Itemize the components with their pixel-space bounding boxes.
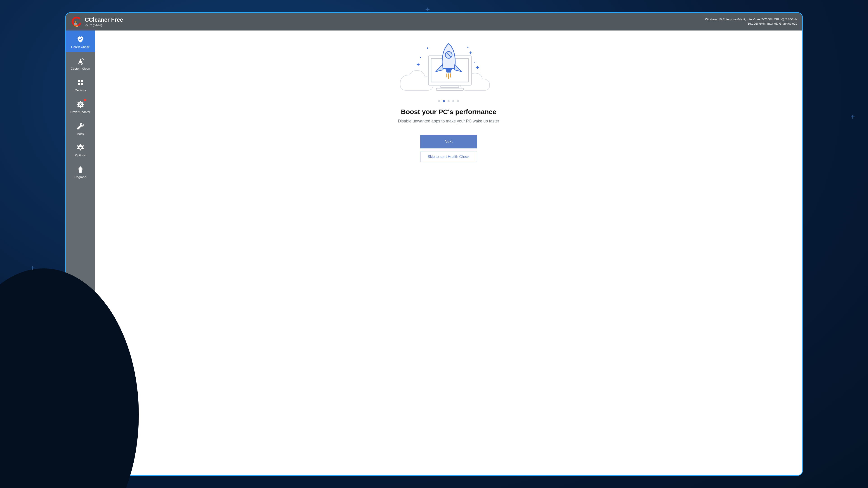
sidebar-item-driver-updater[interactable]: Driver Updater <box>66 96 95 117</box>
pager-dot[interactable] <box>438 100 440 102</box>
svg-point-12 <box>82 58 83 59</box>
sidebar-item-upgrade[interactable]: Upgrade <box>66 161 95 182</box>
svg-point-40 <box>474 62 475 63</box>
system-info-line: Windows 10 Enterprise 64-bit, Intel Core… <box>705 18 797 22</box>
title-bar: CCleaner Free v5.82 (64-bit) Windows 10 … <box>66 13 802 31</box>
sidebar-item-tools[interactable]: Tools <box>66 117 95 139</box>
skip-button[interactable]: Skip to start Health Check <box>420 152 477 162</box>
svg-rect-14 <box>78 80 80 82</box>
svg-line-4 <box>76 25 76 27</box>
body-area: Health Check <box>66 31 802 475</box>
app-title: CCleaner Free <box>85 17 123 23</box>
svg-rect-15 <box>81 80 83 82</box>
heart-check-icon <box>76 35 85 44</box>
gear-icon <box>76 143 85 152</box>
sidebar-item-label: Health Check <box>71 45 90 48</box>
system-info: Windows 10 Enterprise 64-bit, Intel Core… <box>705 18 797 26</box>
sidebar-item-health-check[interactable]: Health Check <box>66 31 95 52</box>
sidebar-item-label: Registry <box>75 89 86 92</box>
pager-dot[interactable] <box>443 100 445 102</box>
svg-line-8 <box>79 63 79 64</box>
svg-rect-1 <box>75 21 76 23</box>
pager-dot[interactable] <box>452 100 454 102</box>
grid-icon <box>76 78 85 87</box>
app-window: CCleaner Free v5.82 (64-bit) Windows 10 … <box>65 12 803 476</box>
app-version: v5.82 (64-bit) <box>85 24 123 27</box>
svg-rect-0 <box>74 23 77 25</box>
sidebar-item-label: Upgrade <box>74 175 86 179</box>
sidebar-item-label: Custom Clean <box>71 67 90 70</box>
pager-dot[interactable] <box>457 100 459 102</box>
svg-rect-21 <box>80 107 81 108</box>
background-plus-icon: + <box>426 5 430 14</box>
sidebar-item-label: Driver Updater <box>70 110 90 113</box>
svg-rect-20 <box>80 101 81 102</box>
next-button[interactable]: Next <box>420 135 477 149</box>
svg-rect-22 <box>77 104 78 105</box>
app-logo-icon <box>71 16 82 27</box>
sidebar-item-label: Tools <box>77 132 84 135</box>
notification-dot-icon <box>84 99 86 101</box>
svg-rect-32 <box>436 88 463 90</box>
brush-icon <box>76 57 85 66</box>
pager-dot[interactable] <box>447 100 450 102</box>
svg-point-13 <box>83 59 84 60</box>
system-info-line: 16.0GB RAM, Intel HD Graphics 620 <box>705 22 797 26</box>
pager <box>438 100 459 102</box>
sidebar-item-label: Options <box>75 154 86 157</box>
svg-point-28 <box>79 147 82 149</box>
sidebar-item-registry[interactable]: Registry <box>66 74 95 96</box>
svg-rect-16 <box>78 83 80 85</box>
sidebar-item-custom-clean[interactable]: Custom Clean <box>66 52 95 74</box>
background-plus-icon: + <box>850 112 855 121</box>
arrow-up-icon <box>76 165 85 174</box>
app-title-block: CCleaner Free v5.82 (64-bit) <box>85 17 123 27</box>
svg-rect-17 <box>81 83 83 85</box>
subheadline: Disable unwanted apps to make your PC wa… <box>398 119 499 124</box>
wrench-icon <box>76 122 85 131</box>
gear-refresh-icon <box>76 100 85 109</box>
main-content: Boost your PC's performance Disable unwa… <box>95 31 802 475</box>
sidebar-item-options[interactable]: Options <box>66 139 95 161</box>
svg-rect-31 <box>441 86 459 88</box>
svg-rect-23 <box>83 104 84 105</box>
svg-line-11 <box>82 63 83 64</box>
svg-point-38 <box>427 47 428 49</box>
svg-point-41 <box>420 57 421 58</box>
background-plus-icon: + <box>30 263 35 272</box>
rocket-illustration <box>400 42 497 94</box>
svg-point-39 <box>467 47 468 48</box>
headline: Boost your PC's performance <box>401 108 496 116</box>
